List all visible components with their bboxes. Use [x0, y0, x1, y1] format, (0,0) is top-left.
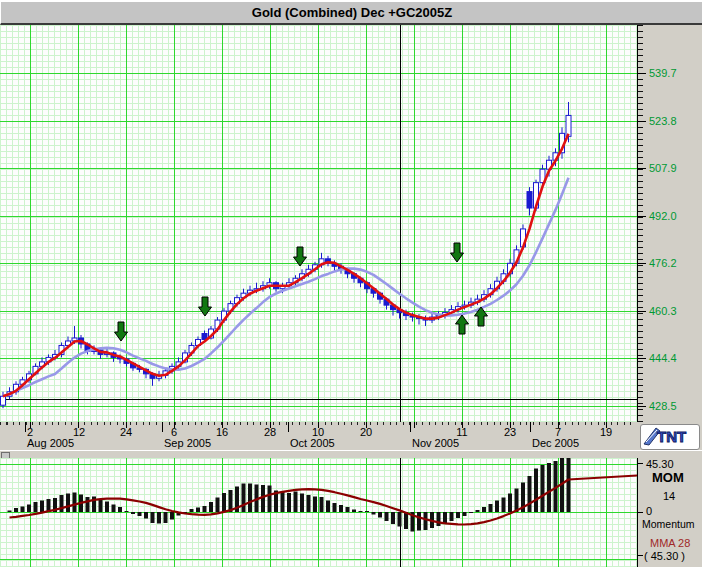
- momentum-bar: [456, 512, 460, 518]
- momentum-bar: [144, 512, 148, 519]
- momentum-bar: [404, 512, 408, 529]
- sell-signal-arrow-icon: [115, 322, 128, 341]
- momentum-bar: [326, 501, 330, 513]
- momentum-bar: [203, 506, 207, 512]
- momentum-bar: [196, 508, 200, 513]
- momentum-bar: [450, 512, 454, 521]
- price-chart-pane[interactable]: [0, 25, 637, 422]
- price-axis-label: 507.9: [649, 162, 677, 174]
- date-axis-day-label: 24: [113, 426, 139, 438]
- main-chart-canvas[interactable]: [0, 25, 637, 422]
- momentum-bar: [359, 511, 363, 512]
- price-axis-tick: [638, 311, 646, 312]
- momentum-top-value: 45.30: [646, 458, 674, 470]
- candle-body: [566, 115, 571, 136]
- price-axis-minor-ticks: [638, 25, 643, 422]
- month-separator-tick: [25, 422, 26, 432]
- momentum-bar: [385, 512, 389, 521]
- momentum-current-value: ( 45.30 ): [644, 550, 685, 562]
- buy-signal-arrow-icon: [456, 315, 469, 334]
- momentum-pane[interactable]: [0, 458, 637, 567]
- momentum-bar: [209, 502, 213, 512]
- momentum-bar: [248, 484, 252, 513]
- momentum-bar: [21, 507, 25, 513]
- price-axis-tick: [638, 358, 646, 359]
- month-separator-tick: [162, 422, 163, 432]
- chart-title-bar[interactable]: Gold (Combined) Dec +GC2005Z: [0, 0, 702, 25]
- momentum-bar: [287, 493, 291, 512]
- price-axis-label: 523.8: [649, 115, 677, 127]
- momentum-bar: [313, 497, 317, 513]
- date-axis-day-label: 20: [353, 426, 379, 438]
- date-axis-month-label: Nov 2005: [412, 437, 459, 449]
- momentum-bar: [333, 503, 337, 512]
- momentum-bar: [222, 493, 226, 512]
- momentum-bar: [170, 512, 174, 520]
- fast-moving-average-line: [3, 134, 569, 396]
- month-separator-tick: [530, 422, 531, 432]
- date-axis-month-label: Oct 2005: [290, 437, 335, 449]
- momentum-bar: [281, 492, 285, 512]
- momentum-bar: [541, 465, 545, 512]
- mma-label: MMA 28: [650, 537, 690, 549]
- momentum-bar: [469, 512, 473, 513]
- momentum-bar: [294, 492, 298, 513]
- momentum-bar: [242, 484, 246, 513]
- momentum-bar: [268, 486, 272, 513]
- momentum-bar: [300, 494, 304, 513]
- price-axis-label: 428.5: [649, 400, 677, 412]
- momentum-bar: [118, 507, 122, 512]
- momentum-bar: [372, 512, 376, 515]
- date-axis-day-label: 19: [593, 426, 619, 438]
- momentum-axis-tick: [638, 555, 643, 556]
- sell-signal-arrow-icon: [451, 243, 464, 262]
- momentum-bar: [495, 501, 499, 513]
- momentum-bar: [534, 469, 538, 513]
- momentum-bar: [365, 511, 369, 512]
- momentum-bar: [567, 458, 571, 512]
- momentum-chart-canvas[interactable]: [0, 458, 637, 567]
- chart-title: Gold (Combined) Dec +GC2005Z: [252, 5, 452, 20]
- price-axis-tick: [638, 263, 646, 264]
- momentum-bar: [489, 504, 493, 512]
- momentum-bar: [27, 505, 31, 513]
- momentum-bar: [417, 512, 421, 531]
- momentum-bar: [352, 510, 356, 513]
- price-axis-tick: [638, 73, 646, 74]
- momentum-bar: [138, 512, 142, 516]
- tnt-logo-text: TNT: [657, 428, 686, 445]
- date-axis-month-label: Dec 2005: [532, 437, 579, 449]
- momentum-axis-panel: 45.30 MOM 14 0 Momentum MMA 28 ( 45.30 ): [637, 458, 702, 567]
- momentum-bar: [73, 493, 77, 513]
- momentum-bar: [378, 512, 382, 518]
- date-axis-day-label: 16: [209, 426, 235, 438]
- momentum-zero-label: 0: [646, 505, 652, 517]
- momentum-bar: [34, 502, 38, 512]
- momentum-bar: [515, 489, 519, 513]
- price-axis-label: 492.0: [649, 210, 677, 222]
- price-axis-tick: [638, 168, 646, 169]
- momentum-bar: [482, 507, 486, 512]
- momentum-bar: [476, 510, 480, 512]
- tnt-logo[interactable]: TNT: [640, 424, 700, 450]
- momentum-bar: [105, 502, 109, 513]
- candle-body: [527, 192, 532, 208]
- date-axis-tick: [414, 422, 415, 428]
- indicator-period: 14: [663, 490, 675, 502]
- momentum-bar: [151, 512, 155, 523]
- price-axis-label: 444.4: [649, 352, 677, 364]
- momentum-bar: [346, 507, 350, 512]
- momentum-bar: [86, 497, 90, 512]
- momentum-bar: [131, 512, 135, 514]
- momentum-bar: [125, 511, 129, 512]
- indicator-abbrev: MOM: [652, 472, 684, 484]
- price-axis-label: 539.7: [649, 67, 677, 79]
- sell-signal-arrow-icon: [199, 297, 212, 316]
- price-axis-label: 460.3: [649, 305, 677, 317]
- price-axis-tick: [638, 216, 646, 217]
- momentum-bar: [216, 498, 220, 513]
- date-axis: 212246162810201123719Aug 2005Sep 2005Oct…: [0, 422, 637, 450]
- momentum-bar: [398, 512, 402, 527]
- momentum-bar: [157, 512, 161, 524]
- date-axis-month-label: Aug 2005: [27, 437, 74, 449]
